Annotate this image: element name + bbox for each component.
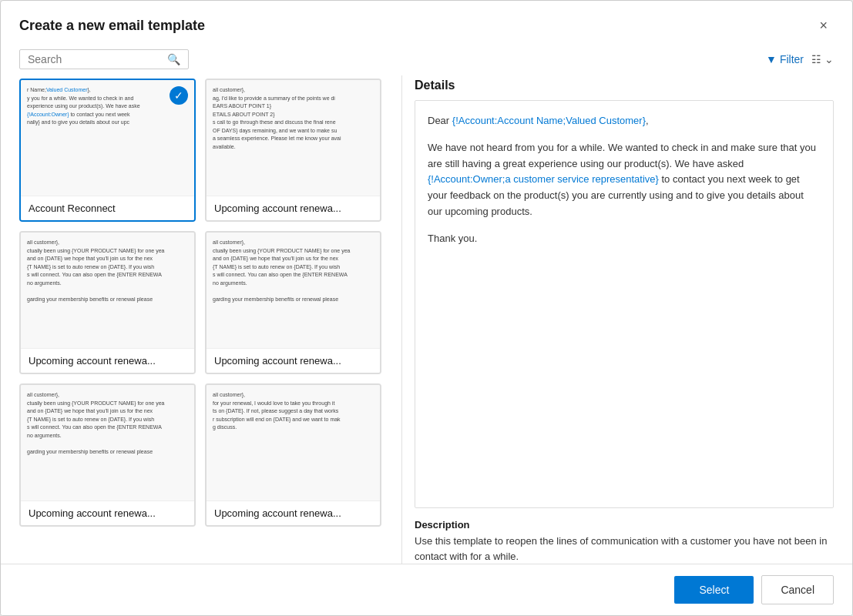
template-preview: r Name;Valued Customer}, y you for a whi… [21, 80, 194, 196]
cancel-button[interactable]: Cancel [761, 575, 834, 604]
description-label: Description [415, 519, 834, 531]
template-label: Upcoming account renewa... [21, 500, 194, 525]
template-label: Upcoming account renewa... [207, 500, 380, 525]
template-grid: r Name;Valued Customer}, y you for a whi… [19, 79, 381, 536]
dialog-title: Create a new email template [19, 18, 205, 34]
details-panel: Details Dear {!Account:Account Name;Valu… [415, 75, 834, 564]
template-card-upcoming-3[interactable]: all customer}, ctually been using {YOUR … [205, 231, 381, 374]
template-card-upcoming-2[interactable]: all customer}, ctually been using {YOUR … [19, 231, 196, 374]
dialog-header: Create a new email template × [1, 1, 852, 45]
email-preview: Dear {!Account:Account Name;Valued Custo… [415, 100, 834, 508]
toolbar-right: ▼ Filter ☷ ⌄ [766, 53, 834, 65]
description-text: Use this template to reopen the lines of… [415, 534, 834, 564]
email-greeting: Dear {!Account:Account Name;Valued Custo… [428, 113, 821, 129]
filter-button[interactable]: ▼ Filter [766, 53, 804, 65]
filter-icon: ▼ [766, 53, 777, 65]
selected-checkmark: ✓ [170, 86, 188, 105]
close-button[interactable]: × [813, 15, 834, 37]
email-closing: Thank you. [428, 231, 821, 247]
email-paragraph-1: We have not heard from you for a while. … [428, 140, 821, 220]
template-label: Account Reconnect [21, 196, 194, 220]
template-card-upcoming-1[interactable]: all customer}, ag, I'd like to provide a… [205, 79, 381, 222]
description-section: Description Use this template to reopen … [415, 519, 834, 564]
search-icon: 🔍 [167, 53, 180, 65]
dialog-footer: Select Cancel [1, 564, 852, 615]
template-label: Upcoming account renewa... [207, 348, 380, 373]
vertical-divider [401, 75, 402, 564]
toolbar: 🔍 ▼ Filter ☷ ⌄ [1, 45, 852, 75]
template-card-upcoming-4[interactable]: all customer}, ctually been using {YOUR … [19, 383, 196, 527]
template-label: Upcoming account renewa... [207, 196, 380, 220]
grid-view-button[interactable]: ☷ ⌄ [811, 53, 834, 65]
content-area: r Name;Valued Customer}, y you for a whi… [1, 75, 852, 564]
search-box[interactable]: 🔍 [19, 49, 189, 69]
chevron-down-icon: ⌄ [824, 53, 834, 65]
template-preview: all customer}, ctually been using {YOUR … [207, 233, 380, 348]
account-owner-field: {!Account:Owner;a customer service repre… [428, 173, 659, 185]
template-preview: all customer}, ctually been using {YOUR … [21, 385, 194, 500]
filter-label: Filter [780, 53, 804, 65]
search-input[interactable] [28, 53, 164, 65]
template-preview: all customer}, ag, I'd like to provide a… [207, 80, 380, 196]
details-title: Details [415, 79, 834, 92]
template-preview: all customer}, for your renewal, I would… [207, 385, 380, 500]
template-preview: all customer}, ctually been using {YOUR … [21, 233, 194, 348]
template-list: r Name;Valued Customer}, y you for a whi… [19, 75, 389, 564]
create-template-dialog: Create a new email template × 🔍 ▼ Filter… [0, 0, 853, 616]
template-card-account-reconnect[interactable]: r Name;Valued Customer}, y you for a whi… [19, 79, 196, 222]
template-label: Upcoming account renewa... [21, 348, 194, 373]
grid-icon: ☷ [811, 53, 821, 65]
template-card-upcoming-5[interactable]: all customer}, for your renewal, I would… [205, 383, 381, 527]
select-button[interactable]: Select [674, 576, 754, 604]
account-name-field: {!Account:Account Name;Valued Customer} [452, 115, 646, 126]
